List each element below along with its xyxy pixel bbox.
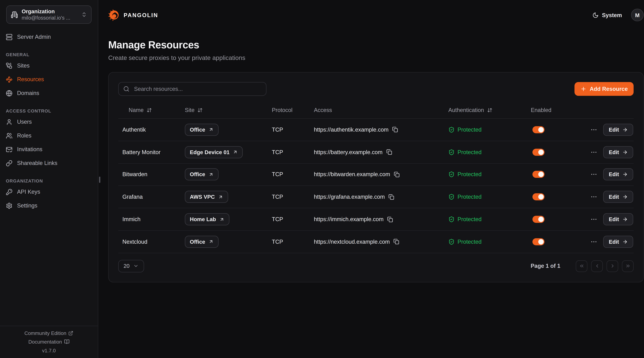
sidebar-footer: Community Edition Documentation v1.7.0 (0, 325, 98, 358)
sort-icon (487, 107, 492, 113)
edit-button[interactable]: Edit (604, 146, 633, 158)
copy-url-button[interactable] (388, 194, 394, 200)
sort-icon (198, 107, 203, 113)
sidebar-item-roles[interactable]: Roles (0, 129, 98, 143)
row-menu-button[interactable] (591, 149, 597, 155)
resource-name: Bitwarden (122, 171, 147, 178)
access-url: https://nextcloud.example.com (314, 239, 390, 245)
copy-url-button[interactable] (394, 172, 400, 177)
row-menu-button[interactable] (591, 216, 597, 222)
table-body: Authentik Office TCP https://authentik.e… (118, 119, 634, 253)
add-resource-button[interactable]: Add Resource (575, 82, 634, 96)
edit-button[interactable]: Edit (604, 124, 633, 136)
book-open-icon (64, 339, 70, 344)
row-menu-button[interactable] (591, 171, 597, 178)
first-page-button[interactable] (576, 260, 587, 272)
site-link-button[interactable]: Office (185, 168, 218, 181)
org-selector[interactable]: Organization milo@fossorial.io's ... (6, 6, 92, 24)
shield-check-icon (448, 149, 454, 155)
sidebar-item-users[interactable]: Users (0, 115, 98, 129)
chevrons-left-icon (579, 263, 584, 269)
column-header-authentication[interactable]: Authentication (444, 107, 527, 113)
last-page-button[interactable] (622, 260, 634, 272)
org-selector-value: milo@fossorial.io's ... (22, 15, 78, 21)
edit-button[interactable]: Edit (604, 191, 633, 203)
shield-check-icon (448, 127, 454, 133)
shield-check-icon (448, 216, 454, 222)
shield-check-icon (448, 171, 454, 178)
site-link-button[interactable]: Office (185, 124, 218, 136)
avatar[interactable]: M (631, 9, 644, 21)
auth-status: Protected (458, 149, 482, 155)
page-subtitle: Create secure proxies to your private ap… (108, 54, 644, 61)
rows-per-page-select[interactable]: 20 (118, 260, 144, 272)
chevrons-right-icon (625, 263, 630, 269)
search-input[interactable] (133, 86, 261, 93)
site-link-button[interactable]: Home Lab (185, 213, 229, 225)
copy-url-button[interactable] (394, 239, 399, 245)
site-link-button[interactable]: Office (185, 236, 218, 248)
scrollbar-thumb[interactable] (99, 177, 100, 183)
sidebar-item-resources[interactable]: Resources (0, 72, 98, 86)
copy-url-button[interactable] (392, 127, 398, 133)
edit-button[interactable]: Edit (604, 236, 633, 248)
row-menu-button[interactable] (591, 194, 597, 200)
resource-name: Nextcloud (122, 239, 147, 245)
column-header-enabled: Enabled (527, 107, 588, 113)
site-link-button[interactable]: AWS VPC (185, 191, 228, 203)
sidebar-item-sites[interactable]: Sites (0, 59, 98, 73)
theme-toggle-button[interactable]: System (592, 12, 622, 18)
chevron-left-icon (594, 263, 600, 269)
enabled-toggle[interactable] (532, 171, 544, 178)
search-icon (123, 86, 130, 92)
column-header-site[interactable]: Site (181, 107, 268, 113)
page-header: Manage Resources Create secure proxies t… (99, 30, 644, 61)
sidebar-item-shareable-links[interactable]: Shareable Links (0, 156, 98, 170)
access-url: https://grafana.example.com (314, 194, 385, 200)
enabled-toggle[interactable] (532, 149, 544, 156)
copy-url-button[interactable] (386, 149, 392, 155)
site-link-button[interactable]: Edge Device 01 (185, 146, 243, 158)
table-row: Battery Monitor Edge Device 01 TCP https… (118, 141, 634, 164)
shield-check-icon (448, 239, 454, 245)
key-icon (6, 189, 12, 195)
auth-status: Protected (458, 127, 482, 133)
edit-button[interactable]: Edit (604, 213, 633, 225)
protocol-value: TCP (272, 127, 283, 133)
column-header-name[interactable]: Name (118, 107, 181, 113)
shield-check-icon (448, 194, 454, 200)
enabled-toggle[interactable] (532, 193, 544, 201)
copy-url-button[interactable] (387, 216, 393, 222)
plus-icon (580, 86, 587, 92)
enabled-toggle[interactable] (532, 126, 544, 133)
arrow-up-right-icon (208, 127, 214, 132)
arrow-up-right-icon (208, 239, 214, 244)
column-header-protocol: Protocol (268, 107, 310, 113)
page-title: Manage Resources (108, 39, 644, 51)
sidebar-item-api-keys[interactable]: API Keys (0, 185, 98, 199)
moon-icon (592, 12, 598, 18)
link-icon (6, 160, 12, 167)
sidebar-item-invitations[interactable]: Invitations (0, 142, 98, 156)
previous-page-button[interactable] (591, 260, 603, 272)
enabled-toggle[interactable] (532, 238, 544, 245)
arrow-right-icon (622, 172, 628, 177)
version-label: v1.7.0 (42, 347, 56, 353)
sidebar-item-domains[interactable]: Domains (0, 86, 98, 100)
server-icon (6, 34, 12, 40)
auth-status: Protected (458, 194, 482, 200)
community-edition-link[interactable]: Community Edition (24, 330, 74, 336)
documentation-link[interactable]: Documentation (28, 339, 70, 344)
row-menu-button[interactable] (591, 239, 597, 245)
row-menu-button[interactable] (591, 127, 597, 133)
edit-button[interactable]: Edit (604, 168, 633, 181)
next-page-button[interactable] (606, 260, 618, 272)
users-icon (6, 132, 12, 139)
sidebar-item-server-admin[interactable]: Server Admin (0, 30, 98, 44)
enabled-toggle[interactable] (532, 216, 544, 223)
sites-icon (6, 62, 12, 69)
sidebar-item-settings[interactable]: Settings (0, 199, 98, 212)
arrow-right-icon (622, 217, 628, 222)
resources-card: Add Resource Name Site Protocol Access (108, 72, 644, 282)
auth-status: Protected (458, 239, 482, 245)
